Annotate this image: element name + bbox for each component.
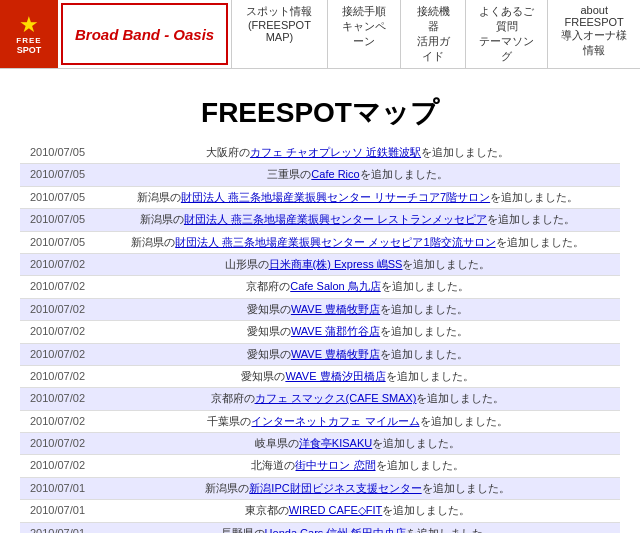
location-link[interactable]: 財団法人 燕三条地場産業振興センター レストランメッセピア — [184, 213, 487, 225]
location-link[interactable]: Cafe Salon 鳥九店 — [290, 280, 380, 292]
nav-device[interactable]: 接続機器活用ガイド — [400, 0, 465, 68]
spot-text: SPOT — [17, 45, 42, 55]
text-before: 東京都の — [245, 504, 289, 516]
date-cell: 2010/07/05 — [20, 186, 95, 208]
text-before: 京都府の — [211, 392, 255, 404]
date-cell: 2010/07/02 — [20, 365, 95, 387]
text-before: 千葉県の — [207, 415, 251, 427]
location-link[interactable]: 街中サロン 恋間 — [295, 459, 375, 471]
date-cell: 2010/07/02 — [20, 410, 95, 432]
location-link[interactable]: WAVE 豊橋汐田橋店 — [285, 370, 385, 382]
table-row: 2010/07/02愛知県のWAVE 豊橋牧野店を追加しました。 — [20, 298, 620, 320]
nav-about[interactable]: about FREESPOT導入オーナ様情報 — [547, 0, 640, 68]
date-cell: 2010/07/02 — [20, 455, 95, 477]
location-link[interactable]: Cafe Rico — [311, 168, 359, 180]
header: ★ FREE SPOT Broad Band - Oasis スポット情報(FR… — [0, 0, 640, 69]
text-after: を追加しました。 — [402, 258, 490, 270]
content-cell: 新潟県の財団法人 燕三条地場産業振興センター レストランメッセピアを追加しました… — [95, 209, 620, 231]
location-link[interactable]: 新潟IPC財団ビジネス支援センター — [249, 482, 421, 494]
nav-area: スポット情報(FREESPOT MAP) 接続手順キャンペーン 接続機器活用ガイ… — [231, 0, 640, 68]
table-row: 2010/07/05新潟県の財団法人 燕三条地場産業振興センター レストランメッ… — [20, 209, 620, 231]
star-icon: ★ — [19, 14, 39, 36]
text-after: を追加しました。 — [360, 168, 448, 180]
location-link[interactable]: WAVE 蒲郡竹谷店 — [291, 325, 380, 337]
location-link[interactable]: カフェ スマックス(CAFE SMAX) — [255, 392, 417, 404]
table-row: 2010/07/01長野県のHonda Cars 信州 飯田中央店を追加しました… — [20, 522, 620, 533]
table-row: 2010/07/02愛知県のWAVE 蒲郡竹谷店を追加しました。 — [20, 321, 620, 343]
date-cell: 2010/07/02 — [20, 343, 95, 365]
table-row: 2010/07/05三重県のCafe Ricoを追加しました。 — [20, 164, 620, 186]
table-row: 2010/07/02愛知県のWAVE 豊橋汐田橋店を追加しました。 — [20, 365, 620, 387]
table-row: 2010/07/01新潟県の新潟IPC財団ビジネス支援センターを追加しました。 — [20, 477, 620, 499]
text-after: を追加しました。 — [376, 459, 464, 471]
date-cell: 2010/07/01 — [20, 500, 95, 522]
content-cell: 京都府のカフェ スマックス(CAFE SMAX)を追加しました。 — [95, 388, 620, 410]
text-before: 新潟県の — [137, 191, 181, 203]
text-before: 新潟県の — [131, 236, 175, 248]
text-after: を追加しました。 — [420, 415, 508, 427]
free-text: FREE — [16, 36, 41, 45]
text-after: を追加しました。 — [380, 325, 468, 337]
text-before: 京都府の — [246, 280, 290, 292]
text-after: を追加しました。 — [380, 348, 468, 360]
location-link[interactable]: インターネットカフェ マイルーム — [251, 415, 419, 427]
location-link[interactable]: WIRED CAFE◇FIT — [289, 504, 383, 516]
table-row: 2010/07/02愛知県のWAVE 豊橋牧野店を追加しました。 — [20, 343, 620, 365]
location-link[interactable]: カフェ チャオプレッソ 近鉄難波駅 — [250, 146, 421, 158]
text-after: を追加しました。 — [406, 527, 494, 533]
location-link[interactable]: 日米商車(株) Express 嶋SS — [269, 258, 403, 270]
location-link[interactable]: 財団法人 燕三条地場産業振興センター メッセピア1階交流サロン — [175, 236, 495, 248]
content-cell: 愛知県のWAVE 豊橋牧野店を追加しました。 — [95, 343, 620, 365]
text-after: を追加しました。 — [372, 437, 460, 449]
date-cell: 2010/07/02 — [20, 298, 95, 320]
content-cell: 東京都のWIRED CAFE◇FITを追加しました。 — [95, 500, 620, 522]
table-row: 2010/07/02北海道の街中サロン 恋間を追加しました。 — [20, 455, 620, 477]
nav-spot-info[interactable]: スポット情報(FREESPOT MAP) — [231, 0, 326, 68]
content-cell: 新潟県の財団法人 燕三条地場産業振興センター リサーチコア7階サロンを追加しまし… — [95, 186, 620, 208]
text-before: 愛知県の — [247, 303, 291, 315]
content-cell: 三重県のCafe Ricoを追加しました。 — [95, 164, 620, 186]
text-after: を追加しました。 — [381, 280, 469, 292]
news-table: 2010/07/05大阪府のカフェ チャオプレッソ 近鉄難波駅を追加しました。2… — [20, 142, 620, 533]
text-after: を追加しました。 — [421, 146, 509, 158]
table-row: 2010/07/05新潟県の財団法人 燕三条地場産業振興センター リサーチコア7… — [20, 186, 620, 208]
content-cell: 京都府のCafe Salon 鳥九店を追加しました。 — [95, 276, 620, 298]
text-after: を追加しました。 — [382, 504, 470, 516]
table-row: 2010/07/02京都府のCafe Salon 鳥九店を追加しました。 — [20, 276, 620, 298]
content-cell: 新潟県の新潟IPC財団ビジネス支援センターを追加しました。 — [95, 477, 620, 499]
date-cell: 2010/07/02 — [20, 388, 95, 410]
text-before: 山形県の — [225, 258, 269, 270]
main-content: FREESPOTマップ 2010/07/05大阪府のカフェ チャオプレッソ 近鉄… — [0, 69, 640, 533]
location-link[interactable]: 洋食亭KISAKU — [299, 437, 372, 449]
table-row: 2010/07/02山形県の日米商車(株) Express 嶋SSを追加しました… — [20, 253, 620, 275]
location-link[interactable]: WAVE 豊橋牧野店 — [291, 348, 380, 360]
date-cell: 2010/07/02 — [20, 276, 95, 298]
text-after: を追加しました。 — [422, 482, 510, 494]
text-before: 新潟県の — [205, 482, 249, 494]
text-after: を追加しました。 — [416, 392, 504, 404]
location-link[interactable]: 財団法人 燕三条地場産業振興センター リサーチコア7階サロン — [181, 191, 490, 203]
table-row: 2010/07/01東京都のWIRED CAFE◇FITを追加しました。 — [20, 500, 620, 522]
date-cell: 2010/07/01 — [20, 522, 95, 533]
brand-text: Broad Band - Oasis — [75, 26, 214, 43]
text-before: 岐阜県の — [255, 437, 299, 449]
location-link[interactable]: WAVE 豊橋牧野店 — [291, 303, 380, 315]
content-cell: 新潟県の財団法人 燕三条地場産業振興センター メッセピア1階交流サロンを追加しま… — [95, 231, 620, 253]
table-row: 2010/07/02千葉県のインターネットカフェ マイルームを追加しました。 — [20, 410, 620, 432]
date-cell: 2010/07/05 — [20, 164, 95, 186]
nav-connect[interactable]: 接続手順キャンペーン — [327, 0, 401, 68]
content-cell: 北海道の街中サロン 恋間を追加しました。 — [95, 455, 620, 477]
content-cell: 千葉県のインターネットカフェ マイルームを追加しました。 — [95, 410, 620, 432]
brand-area: Broad Band - Oasis — [61, 3, 228, 65]
text-after: を追加しました。 — [496, 236, 584, 248]
text-before: 北海道の — [251, 459, 295, 471]
location-link[interactable]: Honda Cars 信州 飯田中央店 — [265, 527, 407, 533]
nav-faq[interactable]: よくあるご質問テーマソング — [465, 0, 547, 68]
table-row: 2010/07/05大阪府のカフェ チャオプレッソ 近鉄難波駅を追加しました。 — [20, 142, 620, 164]
text-before: 大阪府の — [206, 146, 250, 158]
table-row: 2010/07/05新潟県の財団法人 燕三条地場産業振興センター メッセピア1階… — [20, 231, 620, 253]
content-cell: 愛知県のWAVE 豊橋汐田橋店を追加しました。 — [95, 365, 620, 387]
text-before: 長野県の — [221, 527, 265, 533]
date-cell: 2010/07/05 — [20, 209, 95, 231]
text-before: 三重県の — [267, 168, 311, 180]
